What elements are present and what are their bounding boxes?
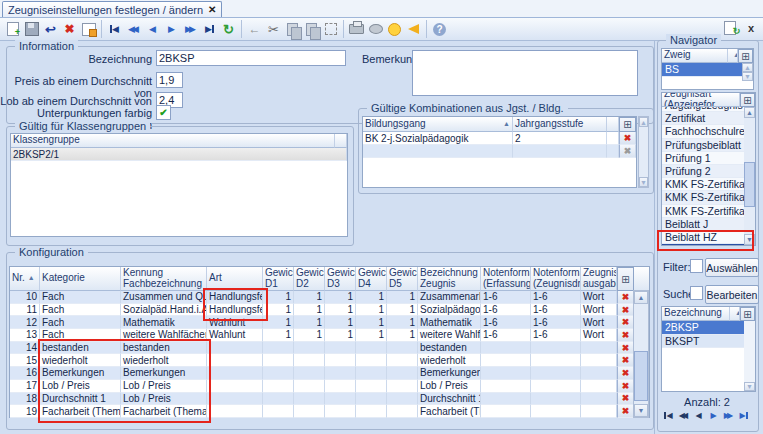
column-header-notenformat-erfassung[interactable]: Notenformat (Erfassung) [481,267,531,291]
zeugnisart-item[interactable]: Zertifikat [662,112,744,125]
column-header-klassengruppe[interactable]: Klassengruppe [11,134,335,148]
filter-input[interactable] [690,259,703,273]
scrollbar-thumb[interactable] [634,351,648,401]
column-header-gewicht-d2[interactable]: Gewicht D2 [294,267,325,291]
konfiguration-row[interactable]: 10 Fach Zusammen und Quali... Handlungsf… [10,291,649,304]
konfiguration-row[interactable]: 19 Facharbeit (Thema) Facharbeit (Thema)… [10,405,649,418]
column-header-bezeichnung[interactable]: Bezeichnung [662,307,730,321]
column-header-gewicht-d5[interactable]: Gewicht D5 [387,267,418,291]
klassengruppe-row[interactable]: 2BKSP2/1 [11,148,347,161]
notify-button[interactable] [404,20,423,38]
refresh-navigator-button[interactable]: ↻ [722,19,741,37]
zeugnisart-item[interactable]: Prüfung 2 [662,165,744,178]
column-header-zeugnisausgabe[interactable]: Zeugnis- ausgabe [581,267,617,291]
konfiguration-row[interactable]: 16 Bemerkungen Bemerkungen Bemerkungen ✖ [10,367,649,380]
first-record-button[interactable]: ◀ [105,20,124,38]
first-button[interactable]: ◀ [662,409,675,422]
delete-row-button[interactable]: ✖ [617,380,634,393]
column-chooser-button[interactable]: ⊞ [617,267,634,291]
select-button[interactable] [321,20,340,38]
bearbeiten-button[interactable]: Bearbeiten [705,285,759,304]
scroll-up-icon[interactable]: ▲ [634,291,648,304]
delete-row-button[interactable]: ✖ [617,304,634,317]
delete-record-button[interactable]: ✖ [60,20,79,38]
scroll-up-icon[interactable]: ▲ [744,107,755,118]
close-tab-icon[interactable]: ✕ [208,4,216,15]
scrollbar-thumb[interactable] [744,162,755,207]
last-button[interactable]: ▶ [737,409,750,422]
next-button[interactable]: ▶ [707,409,720,422]
zeugnisart-item[interactable]: Fachhochschulreife [662,125,744,138]
copy-button[interactable] [283,20,302,38]
tab-zeugniseinstellungen[interactable]: Zeugniseinstellungen festlegen / ändern … [2,1,222,17]
column-chooser-button[interactable]: ⊞ [740,307,755,321]
column-header-jahrgangsstufe[interactable]: Jahrgangsstufe [513,117,607,132]
bezeichnung-item[interactable]: BKSPT [662,335,744,349]
delete-row-button[interactable]: ✖ [617,405,634,418]
konfiguration-row[interactable]: 13 Fach weitere Wahlfächer Wahlunt 1 1 1… [10,329,649,342]
column-header-gewicht-d4[interactable]: Gewicht D4 [356,267,387,291]
column-header-zweig[interactable]: Zweig [662,49,728,63]
scroll-down-icon[interactable]: ▼ [744,234,755,245]
konfiguration-row[interactable]: 18 Durchschnitt 1 Lob / Preis Durchschni… [10,393,649,406]
zeugnisart-item[interactable]: Prüfung 1 [662,152,744,165]
delete-row-button[interactable]: ✖ [617,329,634,342]
auswaehlen-button[interactable]: Auswählen [705,258,759,277]
kombinationen-scrollbar[interactable]: ▲ ▼ [638,116,649,188]
scroll-up-icon[interactable]: ▲ [742,63,753,72]
unterpunktungen-checkbox[interactable]: ✔ [156,105,171,120]
column-header-gewicht-d3[interactable]: Gewicht D3 [325,267,356,291]
edit-form-button[interactable] [79,20,98,38]
zeugnisart-item[interactable]: Beiblatt HZ [662,231,744,244]
column-header-zeugnisart[interactable]: Zeugnisart (Anzeigefor... [662,93,740,107]
column-header-gewicht-d1[interactable]: Gewicht D1 [263,267,294,291]
new-record-button[interactable]: + [3,20,22,38]
cut-button[interactable]: ✂ [264,20,283,38]
column-header-kategorie[interactable]: Kategorie [40,267,121,291]
column-header-notenformat-zeugnisdruck[interactable]: Notenformat (Zeugnisdruck) [531,267,581,291]
zeugnisart-item[interactable]: KMK FS-Zertifikat3 [662,205,744,218]
scroll-down-icon[interactable]: ▼ [742,72,753,81]
previous-record-button[interactable]: ◀ [143,20,162,38]
delete-row-button[interactable]: ✖ [619,132,636,145]
previous-button[interactable]: ◀ [692,409,705,422]
help-button[interactable]: ? [430,20,449,38]
column-header-bildungsgang[interactable]: Bildungsgang▲ [363,117,513,132]
zweig-scrollbar[interactable]: ▲ ▼ [742,63,753,81]
preis-input[interactable] [156,72,183,88]
konfiguration-row[interactable]: 11 Fach Sozialpäd.Hand.i.Arbf. Handlungs… [10,304,649,317]
konfiguration-row[interactable]: 17 Lob / Preis Lob / Preis Lob / Preis ✖ [10,380,649,393]
delete-row-button[interactable]: ✖ [617,393,634,406]
column-header-nr[interactable]: Nr.▲ [10,267,40,291]
print-button[interactable] [347,20,366,38]
zeugnisart-item[interactable]: Prüfungsbeiblatt [662,139,744,152]
konfiguration-row[interactable]: 14 bestanden bestanden bestanden ✖ [10,342,649,355]
kombination-empty-row[interactable]: ✖ [363,145,636,158]
delete-row-button[interactable]: ✖ [617,342,634,355]
scroll-up-icon[interactable]: ▲ [639,117,648,127]
scroll-down-icon[interactable]: ▼ [744,382,755,391]
fast-forward-button[interactable]: ▶▶ [181,20,200,38]
refresh-button[interactable]: ↻ [219,20,238,38]
scroll-down-icon[interactable]: ▼ [639,177,648,187]
last-record-button[interactable]: ▶ [200,20,219,38]
column-chooser-button[interactable]: ⊞ [738,49,753,63]
kombination-row[interactable]: BK 2-j.Sozialpädagogik 2 ✖ [363,132,636,145]
bezeichnung-scrollbar[interactable]: ▼ [744,321,755,391]
bemerkung-textarea[interactable] [412,50,638,96]
konfiguration-row[interactable]: 12 Fach Mathematik Wahlunt 1 1 1 1 1 Mat… [10,316,649,329]
delete-row-button[interactable]: ✖ [617,291,634,304]
close-panel-button[interactable]: x [745,22,757,34]
column-chooser-button[interactable]: ⊞ [619,117,636,132]
save-button[interactable] [22,20,41,38]
zeugnisart-item[interactable]: Beiblatt J [662,218,744,231]
delete-row-button[interactable]: ✖ [617,367,634,380]
zeugnisart-item[interactable]: Abschlz. Schul. Ausbildg. [662,244,744,245]
fast-forward-button[interactable]: ▶▶ [722,409,735,422]
zeugnisart-scrollbar[interactable]: ▲ ▼ [744,107,755,245]
preview-button[interactable] [366,20,385,38]
undo-button[interactable]: ↩ [41,20,60,38]
column-header-kennung[interactable]: Kennung Fachbezeichnung [121,267,207,291]
suche-input[interactable] [690,286,703,300]
scroll-down-icon[interactable]: ▼ [634,404,648,417]
